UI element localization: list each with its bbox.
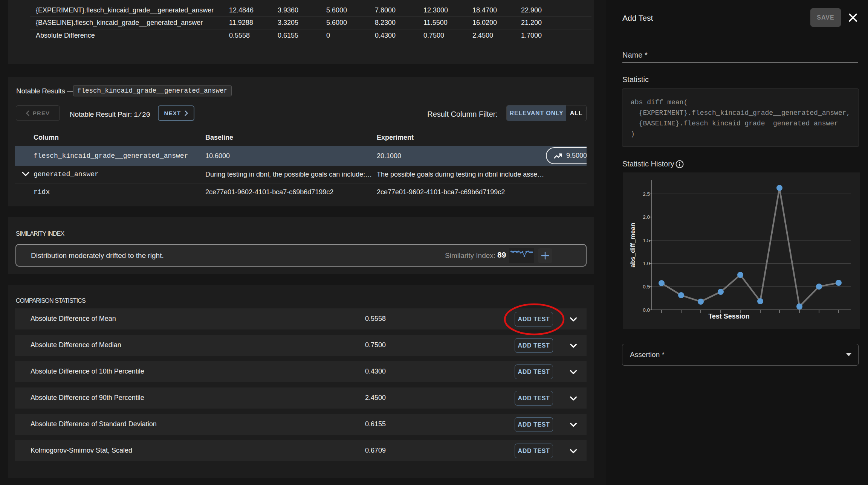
svg-text:0.5: 0.5 <box>643 284 650 290</box>
svg-text:Test Session: Test Session <box>708 313 750 320</box>
svg-text:0.0: 0.0 <box>643 307 650 313</box>
svg-text:2.5: 2.5 <box>643 191 650 197</box>
svg-text:1.0: 1.0 <box>643 261 650 266</box>
svg-text:2.0: 2.0 <box>643 214 650 220</box>
svg-text:1.5: 1.5 <box>643 238 650 243</box>
svg-text:abs_diff_mean: abs_diff_mean <box>629 223 636 267</box>
